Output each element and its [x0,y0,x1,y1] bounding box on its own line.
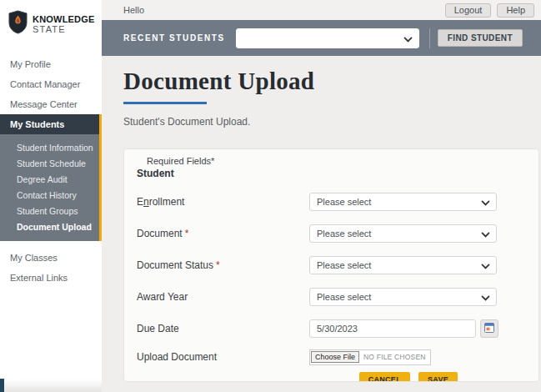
chevron-down-icon [481,261,490,271]
sidebar-item-message-center[interactable]: Message Center [0,94,102,114]
due-date-label: Due Date [137,323,309,334]
submenu-item-degree-audit[interactable]: Degree Audit [0,171,99,187]
submenu-item-student-groups[interactable]: Student Groups [0,203,99,219]
sidebar-item-my-classes[interactable]: My Classes [0,248,102,268]
divider [429,28,430,48]
due-date-input[interactable] [309,319,476,338]
sidebar-item-external-links[interactable]: External Links [0,268,102,288]
calendar-picker-button[interactable] [480,319,498,338]
submenu-item-student-information[interactable]: Student Information [0,139,99,155]
award-year-label: Award Year [137,291,309,303]
recent-students-label: RECENT STUDENTS [123,33,225,43]
upload-document-row: Upload Document Choose File NO FILE CHOS… [137,349,538,365]
file-status-text: NO FILE CHOSEN [363,353,426,361]
greeting-text: Hello [123,5,144,15]
title-underline [123,102,207,104]
due-date-row: Due Date [137,319,538,338]
recent-students-select[interactable] [236,28,419,48]
upload-document-label: Upload Document [137,351,309,363]
enrollment-label: Enrollment [137,196,309,208]
find-student-button[interactable]: FIND STUDENT [438,29,523,47]
enrollment-select[interactable]: Please select [309,193,497,211]
document-status-select[interactable]: Please select [309,256,497,274]
document-label: Document* [137,228,309,239]
logo-link[interactable]: KNOWLEDGE STATE [0,0,102,46]
enrollment-row: Enrollment Please select [137,193,538,211]
chevron-down-icon [403,33,413,43]
logo-line2: STATE [33,24,95,34]
document-upload-form-panel: Required Fields* Student Enrollment Plea… [123,148,539,382]
document-status-row: Document Status* Please select [137,256,538,274]
student-section-label: Student [137,168,538,179]
required-star: * [185,228,189,239]
content-area: Document Upload Student's Document Uploa… [102,56,541,392]
recent-students-bar: RECENT STUDENTS FIND STUDENT [102,20,541,56]
sidebar-nav: My Profile Contact Manager Message Cente… [0,54,102,288]
sidebar-item-my-profile[interactable]: My Profile [0,54,102,74]
chevron-down-icon [481,198,490,208]
sidebar-item-contact-manager[interactable]: Contact Manager [0,74,102,94]
sidebar: KNOWLEDGE STATE My Profile Contact Manag… [0,0,102,392]
calendar-icon [484,323,494,335]
app-window: KNOWLEDGE STATE My Profile Contact Manag… [0,0,541,392]
required-star: * [216,259,220,271]
document-row: Document* Please select [137,224,538,243]
sidebar-item-my-students[interactable]: My Students [0,114,102,134]
submenu-item-document-upload[interactable]: Document Upload [0,219,99,234]
cancel-button[interactable]: CANCEL [359,372,410,382]
choose-file-button[interactable]: Choose File [311,351,359,363]
shield-logo-icon [8,10,28,38]
file-input[interactable]: Choose File NO FILE CHOSEN [309,349,431,365]
award-year-select[interactable]: Please select [309,288,497,306]
award-year-row: Award Year Please select [137,288,538,306]
sidebar-footer [0,379,102,392]
chevron-down-icon [481,229,490,239]
submenu-item-contact-history[interactable]: Contact History [0,187,99,203]
save-button[interactable]: SAVE [418,372,458,382]
corner-accent [0,379,4,392]
required-fields-note: Required Fields* [147,156,538,166]
document-select[interactable]: Please select [309,224,497,243]
top-bar: Hello Logout Help [102,0,541,20]
logo-line1: KNOWLEDGE [33,14,95,24]
submenu-item-student-schedule[interactable]: Student Schedule [0,155,99,171]
my-students-submenu: Student Information Student Schedule Deg… [0,134,102,241]
page-subtitle: Student's Document Upload. [123,116,541,128]
logout-button[interactable]: Logout [445,3,492,18]
chevron-down-icon [481,293,490,303]
help-button[interactable]: Help [497,3,534,18]
document-status-label: Document Status* [137,259,309,271]
logo-text: KNOWLEDGE STATE [33,14,95,34]
main-area: Hello Logout Help RECENT STUDENTS FIND S… [102,0,541,392]
page-title: Document Upload [123,68,541,95]
form-actions: CANCEL SAVE [137,372,538,382]
